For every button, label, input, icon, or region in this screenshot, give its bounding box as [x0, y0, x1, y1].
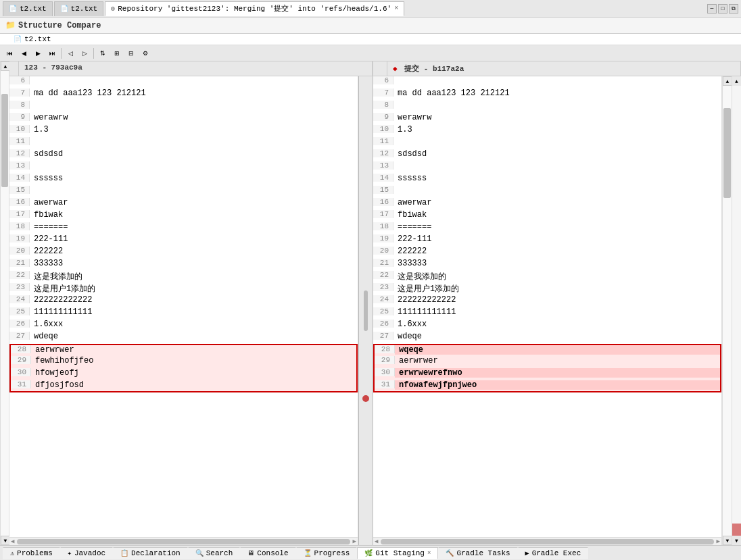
tab-close-button[interactable]: ×	[394, 5, 398, 12]
restore-button[interactable]: ⧉	[729, 4, 738, 14]
file-row: 📄 t2.txt	[0, 34, 741, 45]
right-line-8: 8	[373, 101, 721, 113]
right-line-num-6: 6	[373, 76, 393, 84]
left-line-31: 31dfjosjfosd	[9, 380, 358, 392]
right-scroll-up[interactable]: ▲	[723, 76, 732, 86]
left-line-content-26: 1.6xxx	[30, 320, 358, 329]
right-outer-scroll[interactable]: ▲ ▼	[722, 76, 732, 545]
left-line-content-20: 222222	[30, 247, 358, 256]
right-line-22: 22这是我添加的	[373, 271, 721, 283]
left-line-6: 6	[9, 76, 358, 88]
left-line-21: 21333333	[9, 259, 358, 271]
right-line-num-23: 23	[373, 283, 393, 291]
right-panel-title: ◆ 提交 - b117a2a	[387, 61, 741, 76]
right-scroll-thumb[interactable]	[723, 86, 732, 536]
left-line-14: 14ssssss	[9, 174, 358, 186]
right-line-24: 24222222222222	[373, 295, 721, 307]
collapse-button[interactable]: ⊟	[124, 47, 138, 59]
right-h-scroll[interactable]: ◀ ▶	[373, 537, 721, 545]
left-h-scrollbar[interactable]	[17, 539, 350, 544]
panel-divider[interactable]	[358, 76, 373, 545]
scroll-thumb[interactable]	[1, 71, 9, 536]
tab-t2txt-2[interactable]: 📄 t2.txt	[54, 1, 104, 16]
right-line-17: 17fbiwak	[373, 210, 721, 222]
left-line-10: 101.3	[9, 125, 358, 137]
tab-git-staging[interactable]: 🌿 Git Staging ×	[357, 547, 438, 559]
minimize-button[interactable]: ─	[707, 4, 717, 14]
right-h-scrollbar[interactable]	[381, 539, 713, 544]
right-diff-content[interactable]: 67ma dd aaa123 123 21212189werawrw101.31…	[373, 76, 721, 537]
gradle-exec-icon: ▶	[525, 549, 529, 557]
scroll-up-arrow[interactable]: ▲	[1, 61, 10, 71]
last-change-button[interactable]: ⏭	[45, 47, 59, 59]
left-line-18: 18=======	[9, 222, 358, 234]
right-line-content-26: 1.6xxx	[393, 320, 721, 329]
divider-handle-bar	[364, 290, 368, 331]
tab-gradle-tasks[interactable]: 🔨 Gradle Tasks	[438, 547, 517, 559]
right-line-15: 15	[373, 186, 721, 198]
conflict-link-dot	[362, 395, 369, 402]
prev-change-button[interactable]: ◀	[17, 47, 30, 59]
panel-headers: 123 - 793ac9a ◆ 提交 - b117a2a	[9, 61, 741, 76]
tab-search[interactable]: 🔍 Search	[188, 547, 241, 559]
tab-t2txt-1[interactable]: 📄 t2.txt	[3, 1, 53, 16]
left-line-13: 13	[9, 161, 358, 174]
first-change-button[interactable]: ⏮	[3, 47, 16, 59]
right-line-num-17: 17	[373, 210, 393, 218]
left-line-content-24: 222222222222	[30, 295, 358, 305]
right-line-6: 6	[373, 76, 721, 88]
left-line-16: 16awerwar	[9, 198, 358, 210]
left-outer-scroll[interactable]: ▲ ▼	[0, 61, 9, 545]
copy-right-button[interactable]: ▷	[78, 47, 91, 59]
right-scroll-right[interactable]: ▶	[715, 538, 721, 545]
right-line-11: 11	[373, 137, 721, 149]
right-line-num-7: 7	[373, 88, 393, 97]
left-scroll-right[interactable]: ▶	[352, 538, 358, 545]
left-line-num-29: 29	[11, 356, 31, 364]
left-line-15: 15	[9, 186, 358, 198]
right-line-28: 28wqeqe	[373, 344, 721, 356]
tab-repo-merge[interactable]: ⚙ Repository 'gittest2123': Merging '提交'…	[105, 1, 404, 16]
tab-gradle-exec[interactable]: ▶ Gradle Exec	[518, 547, 589, 559]
right-line-num-18: 18	[373, 222, 393, 230]
left-line-num-15: 15	[9, 186, 30, 194]
tab-console[interactable]: 🖥 Console	[240, 547, 295, 559]
left-scroll-left[interactable]: ◀	[9, 538, 16, 545]
right-line-10: 101.3	[373, 125, 721, 137]
right-scroll-left[interactable]: ◀	[373, 538, 379, 545]
right-line-content-25: 111111111111	[393, 307, 721, 317]
right-line-16: 16awerwar	[373, 198, 721, 210]
right-line-content-12: sdsdsd	[393, 149, 721, 159]
scroll-down-arrow[interactable]: ▼	[1, 536, 10, 545]
settings-button[interactable]: ⚙	[139, 47, 152, 59]
title-bar: 📄 t2.txt 📄 t2.txt ⚙ Repository 'gittest2…	[0, 0, 741, 18]
git-staging-close[interactable]: ×	[427, 550, 431, 557]
tab-problems[interactable]: ⚠ Problems	[3, 547, 60, 559]
left-diff-content[interactable]: 67ma dd aaa123 123 21212189werawrw101.31…	[9, 76, 358, 537]
minimap-bottom[interactable]: ▼	[732, 536, 741, 545]
conflict-arrow: ◆	[393, 65, 398, 73]
right-scroll-down[interactable]: ▼	[723, 536, 732, 545]
gradle-tasks-icon: 🔨	[446, 549, 454, 557]
right-diff-panel: 67ma dd aaa123 123 21212189werawrw101.31…	[373, 76, 722, 545]
right-line-num-12: 12	[373, 149, 393, 157]
right-line-content-20: 222222	[393, 247, 721, 256]
next-change-button[interactable]: ▶	[31, 47, 45, 59]
right-line-num-22: 22	[373, 271, 393, 279]
problems-label: Problems	[17, 549, 53, 557]
expand-button[interactable]: ⊞	[110, 47, 124, 59]
left-line-20: 20222222	[9, 247, 358, 259]
copy-left-button[interactable]: ◁	[64, 47, 77, 59]
tab-javadoc[interactable]: ✦ Javadoc	[60, 547, 113, 559]
left-h-scroll[interactable]: ◀ ▶	[9, 537, 358, 545]
right-line-num-8: 8	[373, 101, 393, 109]
sync-scroll-button[interactable]: ⇅	[96, 47, 110, 59]
tab-declaration[interactable]: 📋 Declaration	[113, 547, 188, 559]
maximize-button[interactable]: □	[718, 4, 727, 14]
tab-progress[interactable]: ⏳ Progress	[296, 547, 358, 559]
right-line-content-29: aerwrwer	[395, 356, 720, 365]
minimap-top[interactable]: ▲	[732, 76, 741, 86]
right-line-29: 29aerwrwer	[373, 356, 721, 368]
right-line-content-21: 333333	[393, 259, 721, 268]
right-line-content-30: erwrwewrefnwo	[395, 368, 720, 378]
